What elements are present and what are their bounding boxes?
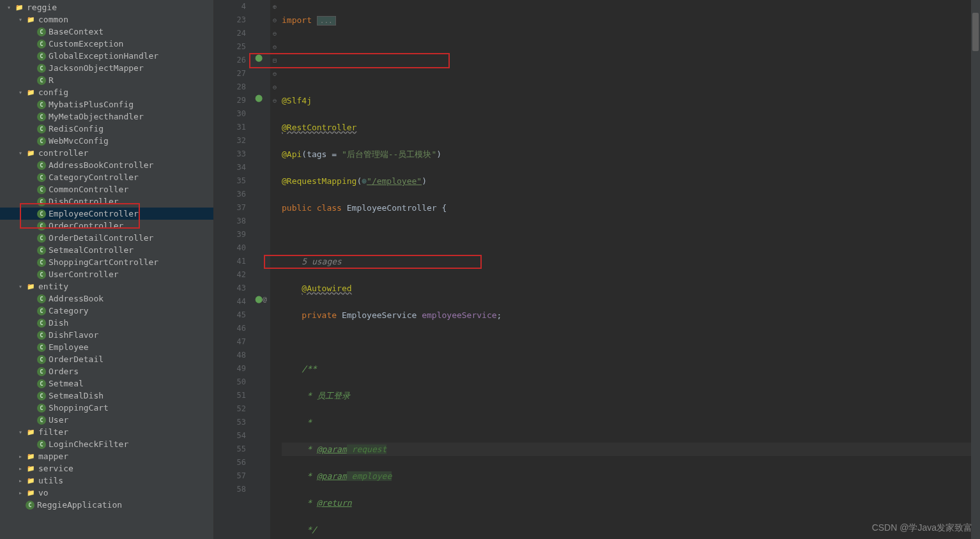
fold-toggle[interactable]: ⊖ [270,67,279,80]
fold-column[interactable]: ⊕⊖⊖⊖⊟⊖⊖⊖ [270,0,279,539]
fold-toggle[interactable]: ⊖ [270,40,279,54]
class-icon [37,209,46,218]
project-tree[interactable]: 📁reggie📁commonBaseContextCustomException… [0,0,214,539]
line-number: 23 [214,13,246,27]
tree-label: OrderController [49,221,123,231]
arrow-icon[interactable] [15,429,26,436]
arrow-icon[interactable] [15,465,26,472]
tree-item-dishcontroller[interactable]: DishController [0,195,213,208]
line-number: 24 [214,27,246,40]
class-icon [37,440,46,449]
tree-item-commoncontroller[interactable]: CommonController [0,183,213,195]
class-icon [37,64,46,73]
fold-toggle[interactable]: ⊖ [270,13,279,27]
tree-item-customexception[interactable]: CustomException [0,38,213,50]
fold-toggle[interactable]: ⊟ [270,54,279,67]
tree-label: OrderDetail [49,354,103,364]
arrow-icon[interactable] [15,149,26,156]
tree-label: OrderDetailController [49,233,153,243]
class-icon [37,246,46,255]
bean-icon: ⬤ [255,54,263,62]
tree-item-categorycontroller[interactable]: CategoryController [0,171,213,183]
fold-toggle[interactable]: ⊖ [270,80,279,94]
scrollbar[interactable] [971,0,980,539]
gutter-icons: ⬤ ⬤ ⬤ @ [251,0,270,539]
arrow-icon[interactable] [15,453,26,460]
tree-label: WebMvcConfig [49,136,109,146]
class-icon [37,270,46,279]
tree-item-basecontext[interactable]: BaseContext [0,26,213,38]
usage-hint[interactable]: 5 usages [302,257,342,266]
editor[interactable]: 4232425262728293031323334353637383940414… [214,0,980,539]
tree-item-reggie[interactable]: 📁reggie [0,1,213,13]
tree-item-redisconfig[interactable]: RedisConfig [0,123,213,135]
code-area[interactable]: import ... @Slf4j @RestController @Api(t… [279,0,980,539]
javadoc: /** [302,364,316,374]
line-number: 39 [214,228,246,241]
tree-item-reggieapplication[interactable]: ReggieApplication [0,499,213,511]
tree-item-mapper[interactable]: 📁mapper [0,450,213,462]
tree-item-r[interactable]: R [0,74,213,86]
override-icon: ⬤ [255,295,263,303]
line-number: 4 [214,0,246,13]
tree-item-service[interactable]: 📁service [0,462,213,474]
arrow-icon[interactable] [15,477,26,484]
tree-item-shoppingcart[interactable]: ShoppingCart [0,402,213,414]
tree-item-utils[interactable]: 📁utils [0,474,213,487]
tree-item-mybatisplusconfig[interactable]: MybatisPlusConfig [0,98,213,110]
line-number: 44 [214,295,246,308]
tree-item-addressbookcontroller[interactable]: AddressBookController [0,159,213,171]
arrow-icon[interactable] [4,4,14,11]
tree-item-setmealcontroller[interactable]: SetmealController [0,244,213,256]
tree-label: MyMetaObjecthandler [49,112,144,121]
arrow-icon[interactable] [15,16,26,23]
tree-item-dishflavor[interactable]: DishFlavor [0,329,213,341]
tree-item-controller[interactable]: 📁controller [0,147,213,159]
fold-marker[interactable]: ... [317,16,336,26]
tree-item-mymetaobjecthandler[interactable]: MyMetaObjecthandler [0,110,213,123]
annotation: @Api [282,149,302,159]
tree-item-webmvcconfig[interactable]: WebMvcConfig [0,135,213,147]
class-icon [37,197,46,206]
line-number: 42 [214,268,246,282]
tree-item-setmealdish[interactable]: SetmealDish [0,390,213,402]
tree-item-addressbook[interactable]: AddressBook [0,292,213,305]
tree-item-orders[interactable]: Orders [0,365,213,377]
line-number: 55 [214,443,246,456]
arrow-icon[interactable] [15,283,26,290]
tree-item-jacksonobjectmapper[interactable]: JacksonObjectMapper [0,62,213,74]
tree-item-employeecontroller[interactable]: EmployeeController [0,208,213,220]
tree-item-dish[interactable]: Dish [0,317,213,329]
tree-item-setmeal[interactable]: Setmeal [0,377,213,390]
tree-item-common[interactable]: 📁common [0,13,213,26]
fold-toggle[interactable]: ⊖ [270,94,279,107]
line-number: 35 [214,174,246,188]
tree-item-ordercontroller[interactable]: OrderController [0,220,213,232]
tree-item-vo[interactable]: 📁vo [0,487,213,499]
class-icon [37,355,46,364]
tree-item-usercontroller[interactable]: UserController [0,268,213,280]
tree-label: R [49,75,54,85]
tree-item-globalexceptionhandler[interactable]: GlobalExceptionHandler [0,50,213,62]
at-icon: @ [263,295,267,303]
tree-item-shoppingcartcontroller[interactable]: ShoppingCartController [0,256,213,268]
tree-item-category[interactable]: Category [0,305,213,317]
tree-label: JacksonObjectMapper [49,63,144,73]
annotation: @Slf4j [282,96,312,105]
tree-item-user[interactable]: User [0,414,213,426]
tree-item-config[interactable]: 📁config [0,86,213,98]
tree-item-logincheckfilter[interactable]: LoginCheckFilter [0,438,213,450]
line-number: 49 [214,362,246,376]
fold-toggle[interactable]: ⊖ [270,27,279,40]
tree-item-filter[interactable]: 📁filter [0,426,213,438]
arrow-icon[interactable] [15,89,26,96]
tree-item-orderdetail[interactable]: OrderDetail [0,353,213,365]
folder-icon: 📁 [14,3,24,13]
annotation: @RequestMapping [282,176,356,186]
tree-item-entity[interactable]: 📁entity [0,280,213,292]
tree-item-orderdetailcontroller[interactable]: OrderDetailController [0,232,213,244]
tree-label: Setmeal [49,379,84,388]
tree-item-employee[interactable]: Employee [0,341,213,353]
arrow-icon[interactable] [15,489,26,496]
fold-toggle[interactable]: ⊕ [270,0,279,13]
